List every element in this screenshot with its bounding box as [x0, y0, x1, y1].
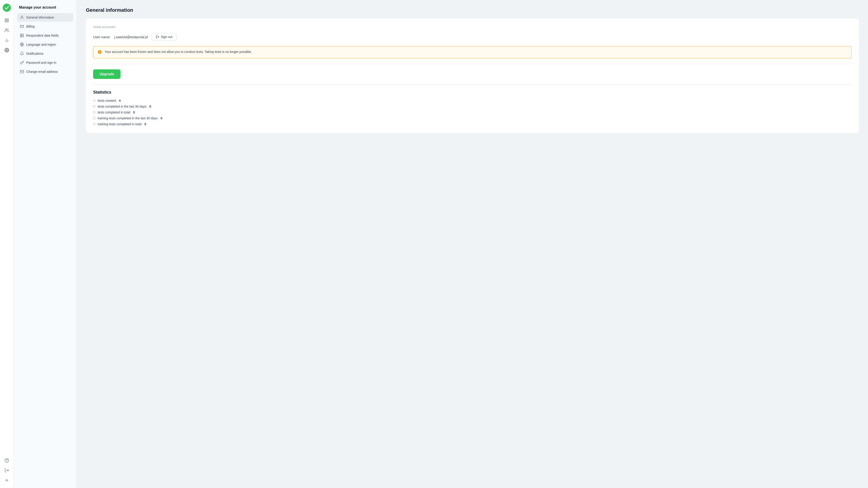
stat-tests-created: tests created: 4	[93, 99, 852, 102]
globe-icon	[20, 42, 24, 47]
stat-training-completed-30: training tests completed in the last 30 …	[93, 116, 852, 120]
warning-text: Your account has been frozen and does no…	[105, 50, 252, 54]
statistics-title: Statistics	[93, 90, 852, 95]
sidebar-item-language-and-region[interactable]: Language and region	[17, 40, 73, 49]
sidebar-item-label: Billing	[26, 25, 35, 28]
svg-point-13	[21, 16, 23, 17]
general-info-card: YOUR ACCOUNT User name: j.sawicki@testpo…	[86, 19, 859, 133]
help-icon[interactable]	[3, 456, 11, 464]
stat-value: 4	[119, 99, 121, 102]
svg-rect-14	[20, 25, 24, 28]
svg-point-5	[5, 29, 7, 30]
signout-button[interactable]: Sign out	[151, 33, 177, 41]
page-title: General information	[86, 7, 859, 13]
stat-value: 0	[145, 122, 146, 126]
stat-label: tests completed in total:	[98, 111, 131, 114]
sidebar-item-notifications[interactable]: Notifications	[17, 49, 73, 58]
sidebar-item-respondent-data-fields[interactable]: Respondent data fields	[17, 31, 73, 40]
mail-icon	[20, 70, 24, 74]
username-value: j.sawicki@testportal.pl	[114, 35, 148, 39]
bell-icon	[20, 52, 24, 56]
svg-rect-4	[7, 21, 8, 22]
upgrade-button[interactable]: Upgrade	[93, 69, 121, 79]
signout-icon	[156, 35, 159, 39]
svg-rect-16	[20, 34, 24, 37]
stat-value: 0	[160, 116, 162, 120]
stat-label: tests created:	[98, 99, 117, 102]
divider	[93, 64, 852, 64]
app-logo	[3, 4, 11, 12]
main-content: General information YOUR ACCOUNT User na…	[77, 0, 868, 488]
svg-point-25	[99, 53, 100, 53]
stat-tests-completed-30: tests completed in the last 30 days: 0	[93, 105, 852, 108]
sidebar-item-general-information[interactable]: General information	[17, 13, 73, 22]
grid-icon[interactable]	[3, 16, 11, 24]
user-circle-icon	[20, 16, 24, 20]
stat-value: 0	[133, 111, 135, 114]
stat-label: tests completed in the last 30 days:	[98, 105, 147, 108]
sidebar-item-label: Respondent data fields	[26, 34, 59, 37]
warning-icon	[97, 50, 102, 55]
svg-point-0	[3, 4, 11, 12]
chart-icon[interactable]	[3, 36, 11, 44]
collapse-icon[interactable]	[3, 476, 11, 484]
stat-training-completed-total: training tests completed in total: 0	[93, 122, 852, 126]
warning-banner: Your account has been frozen and does no…	[93, 46, 852, 58]
stat-tests-completed-total: tests completed in total: 0	[93, 111, 852, 114]
svg-point-9	[6, 50, 7, 51]
sidebar-item-change-email-address[interactable]: Change email address	[17, 67, 73, 76]
sidebar-item-label: Language and region	[26, 43, 56, 46]
sidebar-item-label: Notifications	[26, 52, 43, 55]
sidebar-item-password-and-sign-in[interactable]: Password and sign in	[17, 58, 73, 67]
users-icon[interactable]	[3, 26, 11, 34]
username-label: User name:	[93, 35, 111, 39]
sidebar-item-label: Password and sign in	[26, 61, 56, 64]
your-account-label: YOUR ACCOUNT	[93, 26, 852, 29]
left-nav: Manage your account General information …	[13, 0, 77, 488]
signout-label: Sign out	[161, 35, 172, 39]
stat-value: 0	[149, 105, 151, 108]
stat-label: training tests completed in total:	[98, 122, 142, 126]
stats-list: tests created: 4 tests completed in the …	[93, 99, 852, 126]
sidebar-item-label: General information	[26, 16, 54, 19]
sidebar-item-label: Change email address	[26, 70, 58, 73]
left-nav-title: Manage your account	[17, 5, 73, 9]
settings-icon[interactable]	[3, 46, 11, 54]
billing-icon	[20, 24, 24, 29]
key-icon	[20, 61, 24, 65]
account-row: User name: j.sawicki@testportal.pl Sign …	[93, 33, 852, 41]
exit-icon[interactable]	[3, 466, 11, 475]
icon-sidebar	[0, 0, 13, 488]
table-icon	[20, 33, 24, 37]
svg-rect-3	[5, 21, 6, 22]
divider-2	[93, 84, 852, 85]
stat-label: training tests completed in the last 30 …	[98, 116, 158, 120]
svg-rect-2	[7, 19, 8, 20]
svg-rect-1	[5, 19, 6, 20]
sidebar-item-billing[interactable]: Billing	[17, 22, 73, 31]
